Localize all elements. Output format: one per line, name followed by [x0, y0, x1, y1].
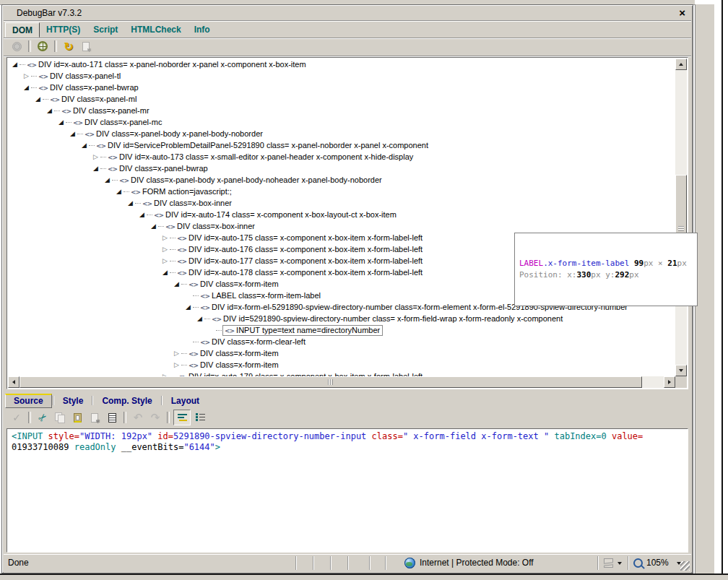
- undo-icon-glyph: [134, 411, 143, 424]
- collapse-toggle-icon[interactable]: ◢: [115, 186, 123, 197]
- status-cell-empty: [313, 556, 330, 570]
- scroll-left-button[interactable]: [8, 376, 20, 388]
- close-icon[interactable]: ×: [679, 7, 685, 20]
- tab-htmlcheck[interactable]: HTMLCheck: [124, 22, 187, 36]
- tab-info[interactable]: Info: [188, 22, 217, 36]
- title-bar[interactable]: DebugBar v7.3.2 ×: [4, 7, 691, 20]
- tree-row[interactable]: ◢<>DIV class=x-panel-mr: [8, 105, 675, 116]
- element-picker-globe-icon-glyph: [38, 41, 48, 51]
- scroll-up-button[interactable]: [675, 59, 687, 70]
- tree-row[interactable]: ◢<>DIV class=x-panel-ml: [8, 93, 675, 105]
- expand-toggle-icon[interactable]: ▷: [173, 347, 181, 359]
- tree-row[interactable]: ◢<>DIV class=x-panel-body x-panel-body-n…: [8, 174, 675, 186]
- source-token: "WIDTH: 192px": [79, 431, 152, 441]
- tree-row[interactable]: <>INPUT type=text name=directoryNumber: [8, 324, 675, 336]
- tree-row[interactable]: <>DIV class=x-form-clear-left: [8, 336, 675, 347]
- expand-toggle-icon[interactable]: ▷: [161, 255, 169, 267]
- collapse-toggle-icon[interactable]: ◢: [184, 301, 192, 313]
- tree-row[interactable]: ◢<>DIV id=x-auto-171 class= x-panel-nobo…: [8, 59, 675, 70]
- tooltip-token: LABEL: [519, 259, 543, 268]
- expand-toggle-icon[interactable]: ▷: [92, 151, 100, 163]
- tree-connector: [31, 87, 37, 89]
- collapse-toggle-icon[interactable]: ◢: [126, 197, 134, 209]
- collapse-toggle-icon[interactable]: ◢: [57, 116, 65, 128]
- dom-tree[interactable]: ◢<>DIV id=x-auto-171 class= x-panel-nobo…: [8, 59, 675, 376]
- element-tag-icon: <>: [188, 350, 198, 358]
- tree-row[interactable]: ◢<>DIV id=x-auto-174 class= x-component …: [8, 209, 675, 220]
- tooltip-token: px: [591, 270, 600, 280]
- toolbar-separator: [124, 412, 126, 423]
- tooltip-token: [629, 259, 634, 268]
- collapse-toggle-icon[interactable]: ◢: [46, 105, 53, 116]
- tree-connector: [147, 215, 152, 216]
- element-tag-icon: <>: [165, 223, 175, 230]
- collapse-toggle-icon[interactable]: ◢: [150, 220, 157, 232]
- scrollbar-corner: [675, 376, 687, 388]
- tree-vertical-scrollbar[interactable]: [675, 59, 687, 376]
- tab-https[interactable]: HTTP(S): [40, 22, 87, 36]
- line-numbers-icon-glyph: [196, 413, 205, 422]
- expand-toggle-icon[interactable]: ▷: [22, 70, 30, 82]
- source-editor[interactable]: <INPUT style="WIDTH: 192px" id=5291890-s…: [6, 428, 688, 553]
- scroll-right-button[interactable]: [664, 376, 675, 388]
- zoom-cell[interactable]: 105%: [628, 556, 681, 570]
- tree-row[interactable]: ◢<>DIV class=x-panel-mc: [8, 116, 675, 128]
- status-cell-empty: [369, 556, 382, 570]
- tree-node-label: FORM action=javascript:;: [142, 187, 232, 196]
- tree-node-label: DIV class=x-form-item: [200, 360, 279, 369]
- expand-toggle-icon[interactable]: ▷: [161, 232, 169, 243]
- scroll-down-button[interactable]: [675, 365, 687, 376]
- toolbar-separator: [28, 412, 31, 423]
- collapse-toggle-icon[interactable]: ◢: [80, 139, 88, 151]
- collapse-toggle-icon[interactable]: ◢: [34, 93, 42, 105]
- expand-toggle-icon[interactable]: ▷: [161, 243, 169, 255]
- tab-compstyle[interactable]: Comp. Style: [94, 394, 160, 407]
- tree-horizontal-scrollbar[interactable]: [8, 376, 675, 388]
- tree-row[interactable]: ▷<>DIV id=x-auto-179 class= x-component …: [8, 371, 675, 376]
- tab-dom[interactable]: DOM: [5, 22, 40, 38]
- tree-row[interactable]: ◢<>DIV class=x-panel-body x-panel-body-n…: [8, 128, 675, 139]
- tree-row[interactable]: ◢<>DIV id=ServiceProblemDetailPanel-5291…: [8, 139, 675, 151]
- tree-row[interactable]: ◢<>DIV class=x-panel-bwrap: [8, 82, 675, 93]
- tree-row[interactable]: ▷<>DIV class=x-panel-tl: [8, 70, 675, 82]
- tree-row[interactable]: ◢<>DIV class=x-panel-bwrap: [8, 163, 675, 174]
- source-token: 5291890-spview-directory-number-input: [173, 431, 366, 441]
- tree-row[interactable]: ▷<>DIV class=x-form-item: [8, 359, 675, 371]
- expand-toggle-icon[interactable]: ▷: [161, 371, 169, 376]
- collapse-toggle-icon[interactable]: ◢: [173, 278, 181, 290]
- compatibility-view-cell[interactable]: [597, 556, 628, 570]
- element-picker-globe-icon[interactable]: [35, 39, 51, 53]
- expand-toggle-icon[interactable]: ▷: [173, 359, 181, 371]
- tree-connector: [181, 365, 187, 366]
- tree-row[interactable]: ▷<>DIV class=x-form-item: [8, 347, 675, 359]
- tab-layout[interactable]: Layout: [163, 394, 207, 407]
- tree-row[interactable]: ◢<>DIV id=5291890-spview-directory-numbe…: [8, 313, 675, 324]
- cut-scissors-icon[interactable]: [35, 410, 51, 425]
- collapse-toggle-icon[interactable]: ◢: [92, 163, 100, 174]
- paste-icon[interactable]: [69, 410, 85, 425]
- resize-grip[interactable]: [680, 561, 690, 571]
- tab-style[interactable]: Style: [55, 394, 92, 407]
- source-token: __eventBits=: [116, 442, 184, 452]
- collapse-toggle-icon[interactable]: ◢: [22, 82, 30, 93]
- tab-source[interactable]: Source: [5, 394, 52, 408]
- tree-row[interactable]: ◢<>FORM action=javascript:;: [8, 186, 675, 197]
- word-wrap-icon[interactable]: [173, 410, 191, 425]
- collapse-toggle-icon[interactable]: ◢: [103, 174, 111, 186]
- collapse-toggle-icon[interactable]: ◢: [69, 128, 77, 139]
- properties-document-icon[interactable]: [104, 410, 120, 425]
- tree-row[interactable]: ◢<>DIV class=x-box-inner: [8, 197, 675, 209]
- collapse-toggle-icon[interactable]: ◢: [161, 267, 169, 278]
- collapse-toggle-icon[interactable]: ◢: [138, 209, 146, 220]
- refresh-icon[interactable]: [61, 39, 77, 53]
- collapse-toggle-icon[interactable]: ◢: [11, 59, 19, 70]
- horizontal-scrollbar-thumb[interactable]: [20, 376, 642, 388]
- tree-row[interactable]: ▷<>DIV id=x-auto-173 class= x-small-edit…: [8, 151, 675, 163]
- source-token: class=: [372, 431, 403, 441]
- collapse-toggle-icon[interactable]: ◢: [196, 313, 204, 324]
- line-numbers-icon[interactable]: [192, 410, 208, 425]
- tree-row[interactable]: ◢<>DIV class=x-box-inner: [8, 220, 675, 232]
- left-arrow-icon: [12, 380, 15, 384]
- element-tag-icon: <>: [84, 131, 94, 138]
- tab-script[interactable]: Script: [87, 22, 124, 36]
